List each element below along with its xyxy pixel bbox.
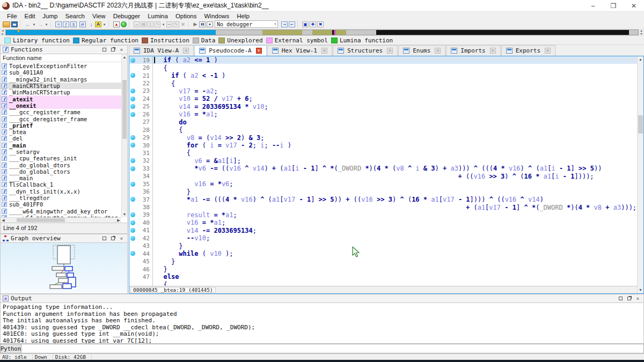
text-view-dropdown-icon[interactable]: ▾ xyxy=(103,21,106,28)
debug-edit-icon[interactable]: ✎ xyxy=(173,21,179,27)
navband-segment[interactable] xyxy=(302,30,312,35)
code-line[interactable]: 44 while ( v10 ); xyxy=(129,250,637,257)
code-gutter[interactable]: 25 xyxy=(129,103,153,110)
code-line[interactable]: 38 + (a1[v17 - 1] ^ *(_DWORD *)(4 * v8 +… xyxy=(129,203,637,211)
output-panel-header[interactable]: ≣ Output × xyxy=(0,294,644,303)
code-line[interactable]: 25 v14 = 2033695134 * v10; xyxy=(129,103,637,110)
menu-jump[interactable]: Jump xyxy=(39,13,61,19)
code-gutter[interactable]: 39 xyxy=(129,211,153,219)
tab-close-icon[interactable]: × xyxy=(490,48,496,54)
graph-overview-header[interactable]: Graph overview × xyxy=(0,234,128,243)
code-line[interactable]: 42 --v10; xyxy=(129,234,637,242)
menu-lumina[interactable]: Lumina xyxy=(144,13,172,19)
code-gutter[interactable]: 28 xyxy=(129,126,153,134)
code-line[interactable]: 46 } xyxy=(129,265,637,273)
pseudocode-vertical-scrollbar[interactable]: ▲ ▼ xyxy=(637,56,643,293)
line-marker-icon[interactable] xyxy=(130,197,135,202)
jump-to-segment-icon[interactable]: § xyxy=(70,21,77,27)
code-line[interactable]: 32 v6 = &a1[i]; xyxy=(129,157,637,165)
code-gutter[interactable]: 45 xyxy=(129,257,153,265)
functions-vertical-scrollbar[interactable]: ▲ ▼ xyxy=(121,54,127,217)
tab-close-icon[interactable]: × xyxy=(321,48,327,54)
functions-restore-icon[interactable] xyxy=(101,47,108,53)
navigate-forward-icon[interactable]: → xyxy=(37,21,43,28)
function-list-item[interactable]: fsub_401FF0 xyxy=(1,201,121,208)
debugger-select[interactable]: No debugger▾ xyxy=(215,20,278,28)
debug-trace-icon[interactable]: ▱ xyxy=(134,21,140,27)
code-line[interactable]: 37 *a1 -= (((4 * v16) ^ (a1[v17 - 1] >> … xyxy=(129,196,637,203)
code-gutter[interactable]: 35 xyxy=(129,180,153,188)
navigate-back-icon[interactable]: ← xyxy=(25,21,31,28)
debug-breakpoints-icon[interactable]: ▤ xyxy=(141,21,147,27)
function-list-item[interactable]: f_printf xyxy=(1,122,121,129)
code-line[interactable]: 34 + ((v16 >> 3) ^ (16 * a1[i - 1]))); xyxy=(129,173,637,180)
code-gutter[interactable]: 46 xyxy=(129,265,153,273)
line-marker-icon[interactable] xyxy=(130,97,135,101)
forward-history-dropdown-icon[interactable]: ▾ xyxy=(45,21,48,28)
code-line[interactable]: 33 *v6 -= ((v16 ^ v14) + (a1[i - 1] ^ *(… xyxy=(129,165,637,172)
function-list-item[interactable]: f___cpu_features_init xyxy=(1,155,121,161)
close-button[interactable]: ✕ xyxy=(624,0,644,12)
menu-view[interactable]: View xyxy=(89,13,109,19)
function-list-item[interactable]: f_atexit xyxy=(1,95,121,102)
code-line[interactable]: 36 } xyxy=(129,188,637,195)
line-marker-icon[interactable] xyxy=(130,58,135,63)
code-gutter[interactable]: 22 xyxy=(129,79,153,87)
navband-segment[interactable] xyxy=(346,30,377,35)
breakpoint-list-icon[interactable]: ▣ xyxy=(302,21,309,27)
function-list-item[interactable]: f__setargv xyxy=(1,149,121,155)
navigation-band[interactable]: ◂▸ ▴▾ xyxy=(0,28,644,36)
function-list-item[interactable]: f_btea xyxy=(1,129,121,135)
graph-float-icon[interactable] xyxy=(109,235,116,241)
open-file-icon[interactable] xyxy=(3,21,10,27)
code-gutter[interactable]: 40 xyxy=(129,219,153,226)
code-gutter[interactable]: 32 xyxy=(129,157,153,165)
code-line[interactable]: 23 v17 = -a2; xyxy=(129,87,637,95)
function-list-item[interactable]: f___tlregdtor xyxy=(1,195,121,201)
function-list-item[interactable]: f__dyn_tls_init(x,x,x) xyxy=(1,188,121,195)
code-gutter[interactable]: 43 xyxy=(129,242,153,250)
navband-right-arrows-icon[interactable]: ▴▾ xyxy=(639,29,644,35)
code-gutter[interactable] xyxy=(129,281,153,286)
output-log[interactable]: Propagating type information...Function … xyxy=(0,303,644,344)
tab-hex-view-1[interactable]: Hex View-1× xyxy=(267,45,332,56)
line-marker-icon[interactable] xyxy=(130,251,135,256)
code-line[interactable]: 40 v16 = *a1; xyxy=(129,219,637,226)
code-line[interactable]: 28 { xyxy=(129,126,637,134)
function-list-item[interactable]: fTopLevelExceptionFilter xyxy=(1,63,121,69)
code-gutter[interactable]: 26 xyxy=(129,110,153,118)
code-gutter[interactable]: 34 xyxy=(129,173,153,180)
function-list-item[interactable]: f_del xyxy=(1,135,121,142)
tab-imports[interactable]: Imports× xyxy=(446,45,500,56)
code-gutter[interactable]: 47 xyxy=(129,273,153,280)
minimize-button[interactable]: – xyxy=(583,0,603,12)
python-prompt-button[interactable]: Python xyxy=(0,344,21,353)
tab-pseudocode-a[interactable]: Pseudocode-A× xyxy=(194,45,266,56)
code-gutter[interactable]: 21 xyxy=(129,72,153,79)
code-gutter[interactable]: 42 xyxy=(129,234,153,242)
function-list-item[interactable]: f__mingw32_init_mainargs xyxy=(1,76,121,83)
code-gutter[interactable]: 38 xyxy=(129,203,153,211)
lumina-status-icon[interactable] xyxy=(121,21,127,27)
menu-debugger[interactable]: Debugger xyxy=(109,13,144,19)
code-gutter[interactable]: 20 xyxy=(129,64,153,71)
functions-panel-header[interactable]: f Functions × xyxy=(0,45,128,54)
code-gutter[interactable]: 41 xyxy=(129,227,153,234)
code-gutter[interactable]: 31 xyxy=(129,149,153,157)
menu-search[interactable]: Search xyxy=(61,13,88,19)
code-line[interactable]: 24 v10 = 52 / v17 + 6; xyxy=(129,95,637,102)
function-list-item[interactable]: f_WinMainCRTStartup xyxy=(1,89,121,95)
line-marker-icon[interactable] xyxy=(130,73,135,78)
debug-cancel-icon[interactable]: ✕ xyxy=(180,21,186,28)
code-line[interactable]: 19 if ( a2 <= 1 ) xyxy=(129,56,637,64)
step-over-icon[interactable]: ⇤ xyxy=(289,21,295,27)
output-float-icon[interactable] xyxy=(626,295,633,301)
code-line[interactable]: 43 } xyxy=(129,242,637,250)
function-list-item[interactable]: f__onexit xyxy=(1,102,121,109)
lumina-metadata-icon[interactable]: ▲ xyxy=(113,21,120,27)
tab-exports[interactable]: Exports× xyxy=(501,45,555,56)
python-command-input[interactable] xyxy=(21,344,644,353)
graph-close-icon[interactable]: × xyxy=(118,235,125,241)
code-gutter[interactable]: 44 xyxy=(129,250,153,257)
tab-structures[interactable]: Structures× xyxy=(333,45,398,56)
